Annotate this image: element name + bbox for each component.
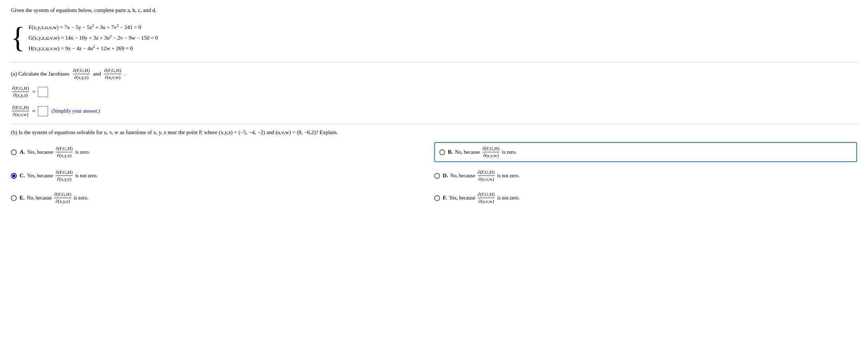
- jacobian2-fraction: ∂(F,G,H) ∂(u,v,w): [104, 68, 121, 80]
- divider: [11, 62, 857, 63]
- divider2: [11, 124, 857, 124]
- option-C-fraction: ∂(F,G,H) ∂(x,y,z): [56, 169, 73, 182]
- option-F-label: F.: [443, 195, 447, 201]
- intro-text: Given the system of equations below, com…: [11, 7, 857, 13]
- jacobian1-denom: ∂(x,y,z): [74, 74, 89, 80]
- j1d-numer: ∂(F,G,H): [12, 85, 29, 92]
- equation-F: F(x,y,z,u,v,w) = 7x − 5y − 5z2 + 3u + 7v…: [28, 23, 158, 31]
- jacobian2-row: ∂(F,G,H) ∂(u,v,w) = (Simplify your answe…: [11, 105, 857, 117]
- options-grid: A. Yes, because ∂(F,G,H) ∂(x,y,z) is zer…: [11, 142, 857, 206]
- option-A-row[interactable]: A. Yes, because ∂(F,G,H) ∂(x,y,z) is zer…: [11, 142, 434, 162]
- option-A-suffix: is zero.: [75, 149, 90, 155]
- j2d-denom: ∂(u,v,w): [13, 111, 28, 117]
- jacobian1-display: ∂(F,G,H) ∂(x,y,z): [12, 85, 29, 98]
- jacobian1-row: ∂(F,G,H) ∂(x,y,z) =: [11, 85, 857, 98]
- option-E-fraction: ∂(F,G,H) ∂(x,y,z): [54, 192, 71, 204]
- equals1: =: [32, 89, 36, 95]
- option-E-text: E. No, because ∂(F,G,H) ∂(x,y,z) is zero…: [20, 192, 88, 204]
- option-B-row[interactable]: B. No, because ∂(F,G,H) ∂(u,v,w) is zero…: [434, 142, 857, 162]
- option-F-suffix: is not zero.: [497, 195, 520, 201]
- option-F-text: F. Yes, because ∂(F,G,H) ∂(u,v,w) is not…: [443, 192, 520, 204]
- j1d-denom: ∂(x,y,z): [13, 92, 28, 98]
- option-F-radio[interactable]: [434, 195, 440, 201]
- simplify-note: (Simplify your answer.): [52, 108, 100, 114]
- jacobian2-input[interactable]: [38, 106, 48, 116]
- jacobian1-input[interactable]: [38, 87, 48, 97]
- equation-G: G(x,y,z,u,v,w) = 14x − 10y + 3z + 3u2 − …: [28, 34, 158, 41]
- option-D-suffix: is not zero.: [497, 173, 520, 179]
- equals2: =: [32, 108, 36, 114]
- option-E-row[interactable]: E. No, because ∂(F,G,H) ∂(x,y,z) is zero…: [11, 189, 434, 206]
- option-F-prefix: Yes, because: [449, 195, 475, 201]
- option-B-text: B. No, because ∂(F,G,H) ∂(u,v,w) is zero…: [448, 146, 517, 158]
- option-A-label: A.: [20, 149, 25, 155]
- option-D-prefix: No, because: [450, 173, 475, 179]
- option-C-radio[interactable]: [11, 173, 17, 179]
- option-F-row[interactable]: F. Yes, because ∂(F,G,H) ∂(u,v,w) is not…: [434, 189, 857, 206]
- jacobian2-numer: ∂(F,G,H): [104, 68, 121, 74]
- dot-text: .: [124, 71, 126, 77]
- option-C-label: C.: [20, 173, 25, 179]
- left-brace: {: [11, 23, 25, 52]
- option-C-prefix: Yes, because: [27, 173, 53, 179]
- option-D-fraction: ∂(F,G,H) ∂(u,v,w): [478, 169, 495, 182]
- system-equations: { F(x,y,z,u,v,w) = 7x − 5y − 5z2 + 3u + …: [11, 19, 857, 56]
- option-C-text: C. Yes, because ∂(F,G,H) ∂(x,y,z) is not…: [20, 169, 98, 182]
- option-D-text: D. No, because ∂(F,G,H) ∂(u,v,w) is not …: [443, 169, 520, 182]
- option-D-row[interactable]: D. No, because ∂(F,G,H) ∂(u,v,w) is not …: [434, 167, 857, 184]
- option-B-radio[interactable]: [439, 149, 445, 155]
- option-B-label: B.: [448, 149, 453, 155]
- jacobian1-fraction: ∂(F,G,H) ∂(x,y,z): [73, 68, 90, 80]
- option-E-label: E.: [20, 195, 25, 201]
- jacobian2-denom: ∂(u,v,w): [105, 74, 120, 80]
- and-text: and: [93, 71, 101, 77]
- part-b-header: (b) Is the system of equations solvable …: [11, 129, 857, 136]
- option-E-suffix: is zero.: [74, 195, 88, 201]
- option-E-prefix: No, because: [27, 195, 52, 201]
- option-F-fraction: ∂(F,G,H) ∂(u,v,w): [478, 192, 495, 204]
- option-B-prefix: No, because: [455, 149, 480, 155]
- option-B-fraction: ∂(F,G,H) ∂(u,v,w): [483, 146, 500, 158]
- equation-H: H(x,y,z,u,v,w) = 9x − 4z − 4u2 + 12w + 2…: [28, 44, 158, 52]
- j2d-numer: ∂(F,G,H): [12, 105, 29, 111]
- option-E-radio[interactable]: [11, 195, 17, 201]
- option-A-radio[interactable]: [11, 149, 17, 155]
- option-A-text: A. Yes, because ∂(F,G,H) ∂(x,y,z) is zer…: [20, 146, 90, 158]
- option-C-row[interactable]: C. Yes, because ∂(F,G,H) ∂(x,y,z) is not…: [11, 167, 434, 184]
- option-A-fraction: ∂(F,G,H) ∂(x,y,z): [56, 146, 73, 158]
- option-D-label: D.: [443, 173, 448, 179]
- jacobian1-numer: ∂(F,G,H): [73, 68, 90, 74]
- equations-list: F(x,y,z,u,v,w) = 7x − 5y − 5z2 + 3u + 7v…: [28, 23, 158, 52]
- jacobian2-display: ∂(F,G,H) ∂(u,v,w): [12, 105, 29, 117]
- option-B-suffix: is zero.: [502, 149, 516, 155]
- part-a-header: (a) Calculate the Jacobians ∂(F,G,H) ∂(x…: [11, 68, 857, 80]
- option-C-suffix: is not zero.: [75, 173, 98, 179]
- option-D-radio[interactable]: [434, 173, 440, 179]
- option-A-prefix: Yes, because: [27, 149, 53, 155]
- part-a-label: (a) Calculate the Jacobians: [11, 71, 69, 77]
